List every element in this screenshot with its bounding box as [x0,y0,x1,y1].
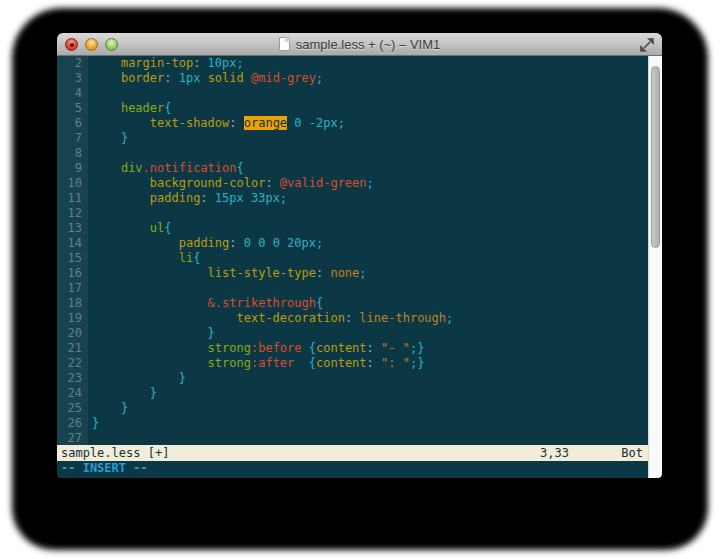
statusline-scroll-position: Bot [621,445,643,461]
code-text [88,86,92,101]
vim-window: sample.less + (~) – VIM1 2 margin-top: 1… [57,33,662,478]
code-text: border: 1px solid @mid-grey; [88,71,323,86]
line-number: 15 [57,251,88,266]
code-line[interactable]: 13 ul{ [57,221,648,236]
code-text: padding: 0 0 0 20px; [88,236,323,251]
line-number: 4 [57,86,88,101]
code-text: } [88,416,99,431]
code-text: header{ [88,101,172,116]
code-text: text-shadow: orange 0 -2px; [88,116,345,131]
code-line[interactable]: 10 background-color: @valid-green; [57,176,648,191]
line-number: 10 [57,176,88,191]
code-line[interactable]: 25 } [57,401,648,416]
line-number: 17 [57,281,88,296]
line-number: 20 [57,326,88,341]
window-title-group: sample.less + (~) – VIM1 [279,37,441,52]
code-text [88,206,92,221]
line-number: 3 [57,71,88,86]
vim-statusline: sample.less [+] 3,33 Bot [57,445,648,461]
line-number: 21 [57,341,88,356]
code-line[interactable]: 16 list-style-type: none; [57,266,648,281]
code-text: list-style-type: none; [88,266,367,281]
line-number: 23 [57,371,88,386]
code-text: text-decoration: line-through; [88,311,453,326]
code-line[interactable]: 11 padding: 15px 33px; [57,191,648,206]
code-line[interactable]: 17 [57,281,648,296]
code-text [88,431,92,445]
code-text: } [88,386,157,401]
line-number: 8 [57,146,88,161]
scrollbar-track[interactable] [648,56,662,478]
titlebar[interactable]: sample.less + (~) – VIM1 [57,33,662,56]
code-text: &.strikethrough{ [88,296,323,311]
code-line[interactable]: 20 } [57,326,648,341]
minimize-button[interactable] [85,38,98,51]
code-line[interactable]: 27 [57,431,648,445]
code-text: strong:before {content: "- ";} [88,341,424,356]
line-number: 18 [57,296,88,311]
vim-modeline: -- INSERT -- [57,461,648,478]
code-line[interactable]: 7 } [57,131,648,146]
window-body: 2 margin-top: 10px;3 border: 1px solid @… [57,56,662,478]
line-number: 12 [57,206,88,221]
code-line[interactable]: 2 margin-top: 10px; [57,56,648,71]
code-line[interactable]: 3 border: 1px solid @mid-grey; [57,71,648,86]
line-number: 16 [57,266,88,281]
code-text: div.notification{ [88,161,244,176]
code-text: margin-top: 10px; [88,56,244,71]
code-line[interactable]: 19 text-decoration: line-through; [57,311,648,326]
line-number: 2 [57,56,88,71]
close-button[interactable] [65,38,78,51]
code-line[interactable]: 5 header{ [57,101,648,116]
line-number: 9 [57,161,88,176]
code-line[interactable]: 22 strong:after {content: ": ";} [57,356,648,371]
code-line[interactable]: 21 strong:before {content: "- ";} [57,341,648,356]
line-number: 14 [57,236,88,251]
document-icon[interactable] [279,37,290,51]
code-line[interactable]: 6 text-shadow: orange 0 -2px; [57,116,648,131]
statusline-cursor-position: 3,33 [540,445,569,461]
code-line[interactable]: 26} [57,416,648,431]
line-number: 11 [57,191,88,206]
editor-column: 2 margin-top: 10px;3 border: 1px solid @… [57,56,648,478]
code-text: } [88,401,128,416]
code-text: ul{ [88,221,171,236]
line-number: 6 [57,116,88,131]
line-number: 27 [57,431,88,445]
code-line[interactable]: 18 &.strikethrough{ [57,296,648,311]
code-text: } [88,371,186,386]
line-number: 26 [57,416,88,431]
code-text: padding: 15px 33px; [88,191,287,206]
code-text: } [88,131,128,146]
line-number: 13 [57,221,88,236]
line-number: 25 [57,401,88,416]
code-line[interactable]: 23 } [57,371,648,386]
code-text: } [88,326,215,341]
code-line[interactable]: 8 [57,146,648,161]
code-line[interactable]: 4 [57,86,648,101]
fullscreen-icon[interactable] [640,38,654,52]
line-number: 19 [57,311,88,326]
line-number: 5 [57,101,88,116]
insert-mode-indicator: -- INSERT -- [61,461,148,475]
code-line[interactable]: 9 div.notification{ [57,161,648,176]
traffic-lights [65,38,118,51]
code-line[interactable]: 14 padding: 0 0 0 20px; [57,236,648,251]
window-title: sample.less + (~) – VIM1 [296,37,441,52]
code-text: li{ [88,251,200,266]
code-text: background-color: @valid-green; [88,176,374,191]
code-text [88,146,92,161]
code-line[interactable]: 12 [57,206,648,221]
scrollbar-thumb[interactable] [651,66,660,248]
line-number: 22 [57,356,88,371]
line-number: 7 [57,131,88,146]
code-text [88,281,92,296]
statusline-filename: sample.less [+] [61,445,169,461]
zoom-button[interactable] [105,38,118,51]
code-line[interactable]: 15 li{ [57,251,648,266]
code-text: strong:after {content: ": ";} [88,356,424,371]
code-line[interactable]: 24 } [57,386,648,401]
code-lines[interactable]: 2 margin-top: 10px;3 border: 1px solid @… [57,56,648,445]
line-number: 24 [57,386,88,401]
